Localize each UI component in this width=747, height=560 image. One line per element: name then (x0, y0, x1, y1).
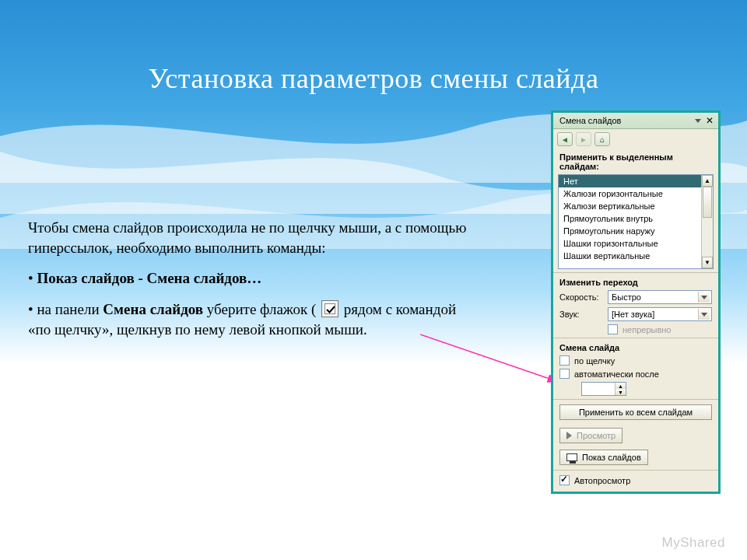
spin-up-icon[interactable]: ▲ (615, 383, 626, 389)
play-icon (566, 432, 572, 439)
list-item[interactable]: Прямоугольник наружу (559, 225, 701, 237)
on-click-label: по щелчку (574, 356, 615, 366)
bullet-1: Показ слайдов - Смена слайдов… (28, 268, 479, 289)
checkbox-illustration (321, 300, 338, 317)
transitions-listbox[interactable]: Нет Жалюзи горизонтальные Жалюзи вертика… (558, 174, 714, 269)
pane-menu-down-icon[interactable] (695, 119, 701, 123)
loop-sound-label: непрерывно (622, 325, 671, 334)
sound-combo[interactable]: [Нет звука] (608, 307, 712, 321)
speed-combo[interactable]: Быстро (608, 290, 712, 304)
nav-back-button[interactable]: ◄ (557, 132, 573, 146)
list-item[interactable]: Нет (559, 175, 701, 187)
list-item[interactable]: Шашки вертикальные (559, 250, 701, 262)
apply-to-selected-header: Применить к выделенным слайдам: (553, 149, 718, 173)
bullet-2: на панели Смена слайдов уберите флажок (… (28, 299, 479, 339)
on-click-checkbox[interactable] (559, 355, 570, 366)
watermark: MyShared (662, 535, 725, 551)
scroll-down-icon[interactable]: ▼ (702, 257, 713, 268)
loop-sound-checkbox[interactable] (608, 324, 618, 334)
modify-transition-header: Изменить переход (553, 275, 718, 289)
spin-down-icon[interactable]: ▼ (615, 389, 626, 395)
slideshow-icon (566, 453, 577, 461)
pane-titlebar: Смена слайдов ✕ (553, 113, 718, 129)
preview-button[interactable]: Просмотр (559, 428, 622, 443)
advance-slide-header: Смена слайда (553, 340, 718, 354)
auto-after-checkbox[interactable] (559, 369, 570, 379)
arrow-right-icon: ► (580, 135, 587, 144)
close-icon[interactable]: ✕ (706, 116, 714, 125)
slide-body: Чтобы смена слайдов происходила не по ще… (28, 218, 479, 350)
list-item[interactable]: Прямоугольник внутрь (559, 212, 701, 225)
transition-task-pane: Смена слайдов ✕ ◄ ► ⌂ Применить к выделе… (551, 110, 721, 494)
slide-title: Установка параметров смены слайда (0, 62, 747, 95)
listbox-scrollbar[interactable]: ▲ ▼ (701, 175, 713, 268)
list-item[interactable]: Жалюзи вертикальные (559, 200, 701, 212)
sound-value: [Нет звука] (612, 310, 654, 319)
scroll-up-icon[interactable]: ▲ (702, 175, 713, 187)
apply-to-all-button[interactable]: Применить ко всем слайдам (559, 404, 712, 420)
auto-after-time-input[interactable]: ▲▼ (581, 382, 626, 396)
nav-forward-button[interactable]: ► (576, 132, 591, 146)
chevron-down-icon[interactable] (698, 292, 710, 303)
home-icon: ⌂ (600, 135, 605, 144)
arrow-left-icon: ◄ (561, 135, 569, 144)
speed-value: Быстро (612, 292, 641, 302)
sound-label: Звук: (559, 310, 603, 319)
autopreview-checkbox[interactable] (559, 475, 570, 485)
scroll-thumb[interactable] (703, 187, 712, 218)
nav-home-button[interactable]: ⌂ (594, 132, 610, 146)
pane-title: Смена слайдов (559, 116, 621, 125)
svg-line-0 (420, 334, 556, 381)
intro-text: Чтобы смена слайдов происходила не по ще… (28, 218, 479, 257)
list-item[interactable]: Жалюзи горизонтальные (559, 187, 701, 200)
autopreview-label: Автопросмотр (574, 476, 630, 485)
chevron-down-icon[interactable] (698, 309, 710, 320)
list-item[interactable]: Шашки горизонтальные (559, 237, 701, 250)
speed-label: Скорость: (559, 292, 603, 302)
slideshow-button[interactable]: Показ слайдов (559, 450, 648, 465)
auto-after-label: автоматически после (574, 369, 659, 379)
